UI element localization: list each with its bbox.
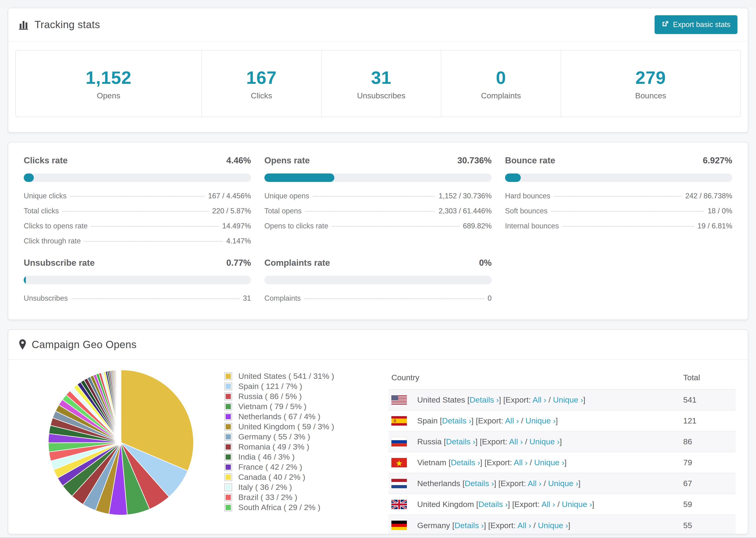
rate-value: 4.46%	[226, 156, 251, 166]
details-link[interactable]: Details ›	[469, 395, 499, 404]
country-name: Netherlands [	[417, 479, 465, 488]
stat-label: Complaints	[444, 91, 558, 100]
rate-row-label: Clicks to opens rate	[24, 222, 87, 230]
details-link[interactable]: Details ›	[465, 479, 494, 488]
legend-label: Brazil ( 33 / 2% )	[238, 493, 297, 502]
export-all-link[interactable]: All ›	[505, 416, 519, 425]
rate-row-value: 167 / 4.456%	[208, 192, 251, 200]
rate-row: Unsubscribes31	[24, 291, 251, 306]
details-link[interactable]: Details ›	[455, 521, 484, 530]
pie-svg	[43, 365, 198, 520]
dotted-leader	[72, 298, 239, 299]
dotted-leader	[63, 211, 208, 212]
dotted-leader	[563, 226, 694, 227]
section-title: Campaign Geo Opens	[32, 339, 136, 350]
legend-item: United Kingdom ( 59 / 3% )	[224, 422, 356, 432]
geo-pie-legend: United States ( 541 / 31% )Spain ( 121 /…	[224, 371, 356, 512]
legend-label: Netherlands ( 67 / 4% )	[238, 412, 320, 421]
dotted-leader	[305, 211, 435, 212]
rate-row-value: 689.82%	[463, 222, 492, 230]
export-unique-link[interactable]: Unique ›	[553, 395, 583, 404]
table-row-us: United States [Details ›] [Export: All ›…	[389, 389, 735, 410]
stats-summary-box: 1,152Opens167Clicks31Unsubscribes0Compla…	[15, 50, 741, 117]
progress-bar-fill	[24, 276, 26, 284]
stat-cell-bounces: 279Bounces	[561, 50, 740, 117]
rate-block-opens-rate: Opens rate30.736%Unique opens1,152 / 30.…	[264, 156, 492, 234]
progress-bar-track	[24, 276, 251, 284]
export-all-link[interactable]: All ›	[517, 521, 531, 530]
rate-row-label: Internal bounces	[505, 222, 559, 230]
details-link[interactable]: Details ›	[446, 437, 475, 446]
stat-label: Clicks	[204, 91, 319, 100]
rate-row-label: Unsubscribes	[24, 294, 68, 302]
export-all-link[interactable]: All ›	[532, 395, 546, 404]
stat-cell-complaints: 0Complaints	[441, 50, 561, 117]
export-basic-stats-button[interactable]: Export basic stats	[655, 15, 737, 34]
progress-bar-fill	[264, 174, 334, 182]
legend-swatch	[224, 504, 232, 511]
dotted-leader	[313, 196, 435, 197]
export-all-link[interactable]: All ›	[509, 437, 523, 446]
rate-value: 0.77%	[226, 258, 251, 268]
rate-rows: Unique opens1,152 / 30.736%Total opens2,…	[264, 188, 492, 234]
rate-row-label: Opens to clicks rate	[264, 222, 328, 230]
legend-item: Romania ( 49 / 3% )	[224, 442, 356, 452]
flag-ru-icon	[391, 437, 407, 447]
country-cell: United States [Details ›] [Export: All ›…	[391, 395, 680, 405]
export-all-link[interactable]: All ›	[514, 458, 527, 467]
dotted-leader	[332, 226, 459, 227]
tracking-stats-card: Tracking stats Export basic stats 1,152O…	[8, 8, 748, 133]
table-row-vn: Vietnam [Details ›] [Export: All › / Uni…	[389, 452, 735, 473]
rate-row-value: 242 / 86.738%	[685, 192, 732, 200]
rates-card: Clicks rate4.46%Unique clicks167 / 4.456…	[8, 142, 748, 320]
export-unique-link[interactable]: Unique ›	[538, 521, 568, 530]
rate-row-label: Total opens	[264, 207, 302, 215]
rate-row-label: Soft bounces	[505, 207, 548, 215]
details-link[interactable]: Details ›	[478, 500, 508, 509]
export-unique-link[interactable]: Unique ›	[548, 479, 578, 488]
legend-item: Brazil ( 33 / 2% )	[224, 492, 356, 502]
stat-value: 31	[324, 67, 439, 88]
legend-item: Germany ( 55 / 3% )	[224, 432, 356, 442]
column-header-country: Country	[389, 364, 680, 389]
geo-country-table: Country Total United States [Details ›] …	[389, 364, 735, 534]
table-row-gb: United Kingdom [Details ›] [Export: All …	[389, 494, 735, 515]
export-unique-link[interactable]: Unique ›	[534, 458, 565, 467]
country-name: Spain [	[417, 416, 442, 425]
geo-pie-chart	[43, 365, 203, 521]
legend-item: Italy ( 36 / 2% )	[224, 482, 356, 492]
export-unique-link[interactable]: Unique ›	[562, 500, 592, 509]
flag-gb-icon	[391, 500, 407, 509]
rate-row-label: Total clicks	[24, 207, 59, 215]
stat-cell-unsubscribes: 31Unsubscribes	[321, 50, 441, 117]
export-all-link[interactable]: All ›	[528, 479, 542, 488]
page: Tracking stats Export basic stats 1,152O…	[0, 8, 756, 538]
legend-item: South Africa ( 29 / 2% )	[224, 502, 356, 512]
export-unique-link[interactable]: Unique ›	[529, 437, 560, 446]
geo-opens-card: Campaign Geo Opens United States ( 541 /…	[8, 329, 748, 534]
legend-item: United States ( 541 / 31% )	[224, 371, 356, 381]
legend-label: Russia ( 86 / 5% )	[238, 392, 302, 401]
stat-value: 0	[444, 67, 558, 88]
rate-row-value: 4.147%	[226, 237, 251, 245]
rate-rows: Unsubscribes31	[24, 291, 251, 306]
dotted-leader	[554, 196, 681, 197]
export-all-link[interactable]: All ›	[541, 500, 555, 509]
country-cell: United Kingdom [Details ›] [Export: All …	[391, 500, 680, 509]
stat-value: 279	[564, 67, 738, 88]
tracking-stats-header: Tracking stats Export basic stats	[8, 8, 748, 41]
export-unique-link[interactable]: Unique ›	[525, 416, 556, 425]
legend-label: Germany ( 55 / 3% )	[238, 432, 310, 441]
flag-us-icon	[391, 395, 407, 405]
legend-swatch	[224, 473, 232, 481]
dotted-leader	[304, 298, 484, 299]
details-link[interactable]: Details ›	[442, 416, 471, 425]
legend-swatch	[224, 413, 232, 421]
progress-bar-track	[24, 174, 251, 182]
stat-label: Opens	[18, 91, 199, 100]
details-link[interactable]: Details ›	[451, 458, 480, 467]
flag-nl-icon	[391, 479, 407, 488]
rate-row: Click through rate4.147%	[24, 234, 251, 248]
legend-label: Spain ( 121 / 7% )	[238, 382, 302, 391]
country-row-text: United States [Details ›] [Export: All ›…	[417, 395, 585, 404]
